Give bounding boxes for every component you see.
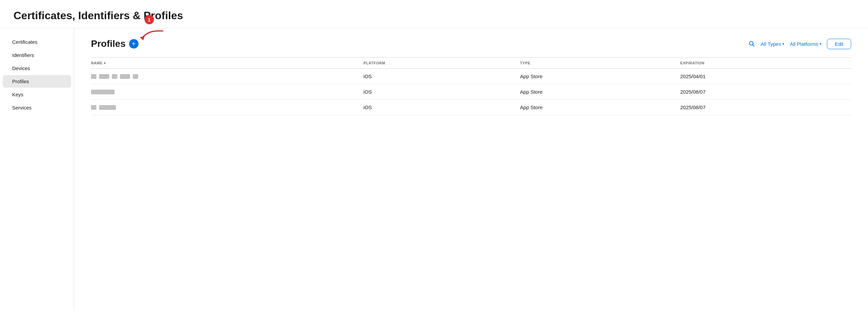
- redacted-block: [91, 90, 115, 94]
- platform-cell: iOS: [360, 84, 516, 100]
- name-redacted-row3: [91, 105, 355, 110]
- sidebar: Certificates Identifiers Devices Profile…: [0, 28, 74, 310]
- col-expiration: EXPIRATION: [676, 58, 851, 69]
- name-redacted-row1: [91, 74, 355, 79]
- profiles-table: NAME ▾ PLATFORM TYPE EXPIRATION: [91, 57, 851, 115]
- content-header: Profiles + 1: [91, 38, 851, 49]
- name-redacted-row2: [91, 90, 355, 94]
- table-body: iOS App Store 2025/04/01 iOS App Store 2…: [91, 69, 851, 115]
- name-sort[interactable]: NAME ▾: [91, 61, 105, 65]
- all-types-dropdown[interactable]: All Types ▾: [761, 41, 784, 47]
- content-title: Profiles: [91, 38, 126, 49]
- annotation-arrow: [138, 28, 165, 46]
- chevron-down-icon: ▾: [782, 42, 784, 46]
- sidebar-item-services[interactable]: Services: [3, 101, 71, 114]
- svg-line-2: [753, 45, 754, 46]
- annotation-wrapper: + 1: [129, 39, 138, 49]
- expiration-cell: 2025/04/01: [676, 69, 851, 84]
- col-platform: PLATFORM: [360, 58, 516, 69]
- platform-cell: iOS: [360, 100, 516, 115]
- type-cell: App Store: [516, 69, 676, 84]
- redacted-block: [133, 74, 138, 79]
- table-row[interactable]: iOS App Store 2025/08/07: [91, 100, 851, 115]
- add-profile-button[interactable]: +: [129, 39, 138, 49]
- name-cell: [91, 100, 360, 115]
- svg-marker-0: [140, 36, 145, 40]
- chevron-down-icon: ▾: [819, 42, 822, 46]
- table-header: NAME ▾ PLATFORM TYPE EXPIRATION: [91, 58, 851, 69]
- all-platforms-label: All Platforms: [790, 41, 818, 47]
- sidebar-item-identifiers[interactable]: Identifiers: [3, 49, 71, 61]
- redacted-block: [112, 74, 117, 79]
- sort-icon: ▾: [104, 61, 106, 65]
- all-types-label: All Types: [761, 41, 781, 47]
- redacted-block: [91, 74, 96, 79]
- table-row[interactable]: iOS App Store 2025/04/01: [91, 69, 851, 84]
- content-header-right: All Types ▾ All Platforms ▾ Edit: [748, 39, 851, 49]
- content-header-left: Profiles + 1: [91, 38, 138, 49]
- redacted-block: [99, 74, 109, 79]
- expiration-cell: 2025/08/07: [676, 84, 851, 100]
- type-cell: App Store: [516, 84, 676, 100]
- col-type: TYPE: [516, 58, 676, 69]
- expiration-cell: 2025/08/07: [676, 100, 851, 115]
- page-title: Certificates, Identifiers & Profiles: [13, 9, 855, 22]
- sidebar-item-devices[interactable]: Devices: [3, 62, 71, 74]
- page-header: Certificates, Identifiers & Profiles: [0, 0, 868, 28]
- platform-cell: iOS: [360, 69, 516, 84]
- sidebar-item-keys[interactable]: Keys: [3, 88, 71, 101]
- redacted-block: [91, 105, 96, 110]
- table-row[interactable]: iOS App Store 2025/08/07: [91, 84, 851, 100]
- sidebar-item-profiles[interactable]: Profiles: [3, 75, 71, 88]
- col-name: NAME ▾: [91, 58, 360, 69]
- sidebar-item-certificates[interactable]: Certificates: [3, 36, 71, 48]
- type-cell: App Store: [516, 100, 676, 115]
- search-icon: [748, 40, 755, 47]
- redacted-block: [120, 74, 130, 79]
- edit-button[interactable]: Edit: [827, 39, 851, 49]
- redacted-block: [99, 105, 116, 110]
- layout: Certificates Identifiers Devices Profile…: [0, 28, 868, 310]
- name-cell: [91, 84, 360, 100]
- main-content: Profiles + 1: [74, 28, 868, 310]
- search-button[interactable]: [748, 40, 755, 47]
- all-platforms-dropdown[interactable]: All Platforms ▾: [790, 41, 822, 47]
- name-cell: [91, 69, 360, 84]
